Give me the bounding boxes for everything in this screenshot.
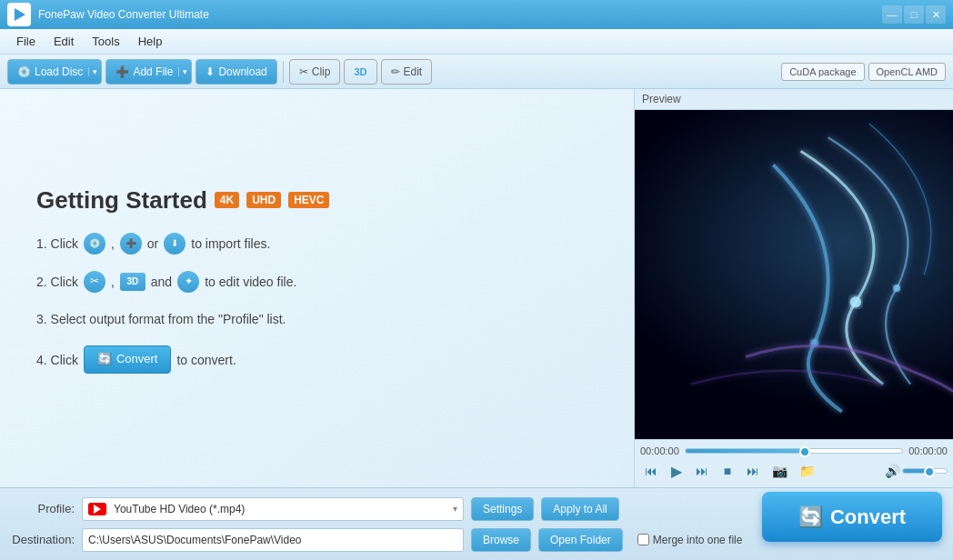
progress-thumb[interactable] — [799, 446, 810, 457]
time-end: 00:00:00 — [908, 445, 948, 456]
disc-icon: 💿 — [17, 65, 31, 78]
step1-load-icon: 💿 — [84, 233, 105, 255]
load-disc-arrow[interactable]: ▾ — [88, 67, 97, 76]
badge-uhd: UHD — [246, 192, 281, 208]
volume-thumb[interactable] — [924, 466, 935, 477]
getting-started-title: Getting Started 4K UHD HEVC — [36, 186, 597, 215]
clip-button[interactable]: ✂ Clip — [289, 59, 341, 85]
menu-bar: File Edit Tools Help — [0, 29, 953, 55]
menu-file[interactable]: File — [7, 31, 45, 52]
badge-4k: 4K — [215, 192, 239, 208]
step-2: 2. Click ✂ , 3D and ✦ to edit video file… — [36, 271, 597, 293]
preview-label: Preview — [635, 89, 953, 110]
toolbar-right: CuDA package OpenCL AMD — [781, 63, 946, 81]
snapshot-button[interactable]: 📷 — [767, 460, 791, 482]
title-bar: FonePaw Video Converter Ultimate — □ ✕ — [0, 0, 953, 29]
3d-button[interactable]: 3D — [344, 59, 376, 85]
profile-label: Profile: — [11, 502, 75, 515]
volume-icon: 🔊 — [885, 464, 900, 478]
convert-refresh-icon: 🔄 — [798, 505, 823, 529]
toolbar-sep-1 — [283, 61, 284, 83]
apply-to-all-button[interactable]: Apply to All — [541, 497, 618, 521]
progress-bar[interactable] — [685, 448, 903, 454]
add-file-arrow[interactable]: ▾ — [178, 67, 187, 76]
menu-edit[interactable]: Edit — [45, 31, 83, 52]
menu-tools[interactable]: Tools — [83, 31, 128, 52]
toolbar: 💿 Load Disc ▾ ➕ Add File ▾ ⬇ Download ✂ … — [0, 55, 953, 89]
convert-main-button[interactable]: 🔄 Convert — [762, 492, 942, 542]
clip-icon: ✂ — [299, 65, 308, 78]
merge-label: Merge into one file — [653, 534, 743, 546]
main-area: Getting Started 4K UHD HEVC 1. Click 💿 ,… — [0, 89, 953, 487]
profile-value: YouTube HD Video (*.mp4) — [114, 503, 449, 515]
media-controls: ⏮ ▶ ⏭ ■ ⏭ 📷 📁 🔊 — [640, 458, 948, 484]
maximize-button[interactable]: □ — [904, 5, 924, 24]
settings-button[interactable]: Settings — [471, 497, 534, 521]
stop-button[interactable]: ■ — [717, 460, 738, 482]
amd-badge: OpenCL AMD — [868, 63, 946, 81]
volume-slider[interactable] — [902, 468, 948, 474]
folder-button[interactable]: 📁 — [795, 460, 818, 482]
volume-control: 🔊 — [885, 464, 948, 478]
svg-rect-1 — [635, 110, 953, 439]
time-start: 00:00:00 — [640, 445, 679, 456]
profile-dropdown-arrow[interactable]: ▾ — [453, 504, 457, 514]
cuda-badge: CuDA package — [781, 63, 864, 81]
play-button[interactable]: ▶ — [666, 460, 687, 482]
app-logo — [7, 3, 31, 26]
skip-back-button[interactable]: ⏮ — [640, 460, 662, 482]
svg-marker-0 — [15, 8, 25, 21]
step1-add-icon: ➕ — [120, 233, 142, 255]
preview-panel: Preview — [635, 89, 953, 487]
download-icon: ⬇ — [206, 65, 215, 78]
step2-edit-icon: ✦ — [177, 271, 199, 293]
add-file-button[interactable]: ➕ Add File ▾ — [105, 59, 192, 85]
preview-video — [635, 110, 953, 439]
svg-point-2 — [850, 296, 861, 307]
step-4: 4. Click 🔄 Convert to convert. — [36, 345, 597, 374]
badge-hevc: HEVC — [288, 192, 329, 208]
refresh-icon: 🔄 — [97, 350, 112, 369]
fast-forward-button[interactable]: ⏭ — [691, 460, 713, 482]
youtube-icon — [88, 503, 106, 515]
skip-end-button[interactable]: ⏭ — [742, 460, 764, 482]
step2-3d-icon: 3D — [120, 273, 145, 291]
step1-download-icon: ⬇ — [164, 233, 186, 255]
edit-icon: ✏ — [391, 65, 400, 78]
progress-fill — [686, 449, 805, 453]
step2-clip-icon: ✂ — [84, 271, 105, 293]
step-1: 1. Click 💿 , ➕ or ⬇ to import files. — [36, 233, 597, 255]
browse-button[interactable]: Browse — [471, 528, 531, 552]
step-3: 3. Select output format from the "Profil… — [36, 309, 597, 329]
merge-checkbox[interactable] — [637, 534, 649, 545]
download-button[interactable]: ⬇ Download — [196, 59, 276, 85]
minimize-button[interactable]: — — [882, 5, 902, 24]
destination-label: Destination: — [11, 533, 75, 546]
progress-bar-wrap: 00:00:00 00:00:00 — [640, 444, 948, 458]
add-file-icon: ➕ — [115, 65, 129, 78]
edit-button[interactable]: ✏ Edit — [381, 59, 433, 85]
close-button[interactable]: ✕ — [926, 5, 946, 24]
app-title: FonePaw Video Converter Ultimate — [38, 8, 882, 21]
window-controls: — □ ✕ — [882, 5, 946, 24]
destination-input[interactable] — [82, 528, 464, 552]
open-folder-button[interactable]: Open Folder — [538, 528, 623, 552]
svg-point-3 — [893, 285, 900, 292]
merge-checkbox-wrap: Merge into one file — [637, 534, 743, 546]
step4-convert-btn: 🔄 Convert — [84, 345, 172, 374]
preview-controls: 00:00:00 00:00:00 ⏮ ▶ ⏭ ■ ⏭ 📷 📁 🔊 — [635, 439, 953, 487]
load-disc-button[interactable]: 💿 Load Disc ▾ — [7, 59, 102, 85]
menu-help[interactable]: Help — [129, 31, 172, 52]
bottom-wrapper: Profile: YouTube HD Video (*.mp4) ▾ Sett… — [0, 487, 953, 560]
getting-started-panel: Getting Started 4K UHD HEVC 1. Click 💿 ,… — [0, 89, 635, 487]
